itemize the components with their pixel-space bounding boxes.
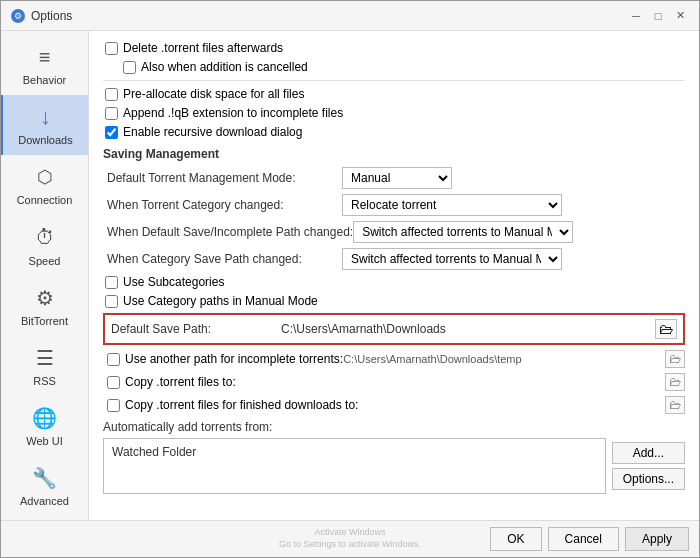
default-save-browse-button[interactable]: 🗁 [655,319,677,339]
window-title: Options [31,9,621,23]
watched-section: Automatically add torrents from: Watched… [103,420,685,494]
recursive-row: Enable recursive download dialog [103,125,685,139]
options-button[interactable]: Options... [612,468,685,490]
another-path-browse-button[interactable]: 🗁 [665,350,685,368]
default-save-changed-control: Switch affected torrents to Manual Switc… [353,221,685,243]
close-button[interactable]: ✕ [671,7,689,25]
options-window: ⚙ Options ─ □ ✕ ≡ Behavior ↓ Downloads ⬡… [0,0,700,558]
speed-icon: ⏱ [31,224,59,252]
sidebar-label-rss: RSS [33,375,56,388]
category-changed-select[interactable]: Relocate torrent Switch affected torrent… [342,194,562,216]
delete-torrent-label: Delete .torrent files afterwards [123,41,283,55]
also-cancelled-row: Also when addition is cancelled [103,60,685,74]
pre-allocate-checkbox[interactable] [105,88,118,101]
another-path-value: C:\Users\Amarnath\Downloads\temp [343,353,665,365]
footer: Activate WindowsGo to Settings to activa… [1,520,699,557]
copy-torrent-checkbox[interactable] [107,376,120,389]
ok-button[interactable]: OK [490,527,541,551]
use-subcategories-label: Use Subcategories [123,275,224,289]
rss-icon: ☰ [31,344,59,372]
default-save-changed-row: When Default Save/Incomplete Path change… [103,221,685,243]
category-save-changed-select[interactable]: Switch affected torrents to Manual Switc… [342,248,562,270]
cancel-button[interactable]: Cancel [548,527,619,551]
use-category-paths-checkbox[interactable] [105,295,118,308]
copy-torrent-browse-button[interactable]: 🗁 [665,373,685,391]
watched-label: Automatically add torrents from: [103,420,685,434]
watched-folder-row: Watched Folder Add... Options... [103,438,685,494]
use-subcategories-checkbox[interactable] [105,276,118,289]
sidebar-item-rss[interactable]: ☰ RSS [1,336,88,396]
sidebar-item-downloads[interactable]: ↓ Downloads [1,95,88,155]
another-path-label: Use another path for incomplete torrents… [125,352,343,366]
default-torrent-mgmt-control: Manual Automatic [342,167,685,189]
sidebar-label-bittorrent: BitTorrent [21,315,68,328]
sidebar-item-advanced[interactable]: 🔧 Advanced [1,456,88,516]
recursive-checkbox[interactable] [105,126,118,139]
default-torrent-mgmt-row: Default Torrent Management Mode: Manual … [103,167,685,189]
pre-allocate-label: Pre-allocate disk space for all files [123,87,304,101]
use-subcategories-row: Use Subcategories [103,275,685,289]
sidebar-item-connection[interactable]: ⬡ Connection [1,155,88,215]
use-category-paths-row: Use Category paths in Manual Mode [103,294,685,308]
sidebar-label-webui: Web UI [26,435,62,448]
sidebar-item-webui[interactable]: 🌐 Web UI [1,396,88,456]
sidebar-label-connection: Connection [17,194,73,207]
sidebar-label-downloads: Downloads [18,134,72,147]
content-area: Delete .torrent files afterwards Also wh… [89,31,699,520]
default-torrent-mgmt-select[interactable]: Manual Automatic [342,167,452,189]
category-save-changed-label: When Category Save Path changed: [107,252,342,266]
append-lqb-label: Append .!qB extension to incomplete file… [123,106,343,120]
copy-torrent-row: Copy .torrent files to: 🗁 [103,373,685,391]
category-changed-control: Relocate torrent Switch affected torrent… [342,194,685,216]
advanced-icon: 🔧 [31,464,59,492]
default-save-path-value: C:\Users\Amarnath\Downloads [281,322,655,336]
another-path-checkbox[interactable] [107,353,120,366]
append-lqb-row: Append .!qB extension to incomplete file… [103,106,685,120]
webui-icon: 🌐 [31,404,59,432]
use-category-paths-label: Use Category paths in Manual Mode [123,294,318,308]
copy-torrent-finished-browse-button[interactable]: 🗁 [665,396,685,414]
sidebar-item-behavior[interactable]: ≡ Behavior [1,35,88,95]
category-changed-label: When Torrent Category changed: [107,198,342,212]
connection-icon: ⬡ [31,163,59,191]
copy-torrent-label: Copy .torrent files to: [125,375,236,389]
default-save-changed-label: When Default Save/Incomplete Path change… [107,225,353,239]
also-cancelled-checkbox[interactable] [123,61,136,74]
minimize-button[interactable]: ─ [627,7,645,25]
sidebar-label-speed: Speed [29,255,61,268]
default-torrent-mgmt-label: Default Torrent Management Mode: [107,171,342,185]
category-save-changed-control: Switch affected torrents to Manual Switc… [342,248,685,270]
window-icon: ⚙ [11,9,25,23]
default-save-path-label: Default Save Path: [111,322,281,336]
sidebar: ≡ Behavior ↓ Downloads ⬡ Connection ⏱ Sp… [1,31,89,520]
downloads-icon: ↓ [32,103,60,131]
sidebar-label-behavior: Behavior [23,74,66,87]
delete-torrent-checkbox[interactable] [105,42,118,55]
also-cancelled-label: Also when addition is cancelled [141,60,308,74]
copy-torrent-finished-row: Copy .torrent files for finished downloa… [103,396,685,414]
delete-torrent-row: Delete .torrent files afterwards [103,41,685,55]
watched-buttons: Add... Options... [612,442,685,490]
recursive-label: Enable recursive download dialog [123,125,302,139]
title-bar: ⚙ Options ─ □ ✕ [1,1,699,31]
sidebar-item-speed[interactable]: ⏱ Speed [1,216,88,276]
category-changed-row: When Torrent Category changed: Relocate … [103,194,685,216]
watched-folder-list[interactable]: Watched Folder [103,438,606,494]
bittorrent-icon: ⚙ [31,284,59,312]
default-save-path-row: Default Save Path: C:\Users\Amarnath\Dow… [103,313,685,345]
another-path-row: Use another path for incomplete torrents… [103,350,685,368]
activate-windows-watermark: Activate WindowsGo to Settings to activa… [279,527,421,550]
sidebar-item-bittorrent[interactable]: ⚙ BitTorrent [1,276,88,336]
maximize-button[interactable]: □ [649,7,667,25]
saving-management-heading: Saving Management [103,147,685,161]
category-save-changed-row: When Category Save Path changed: Switch … [103,248,685,270]
window-controls: ─ □ ✕ [627,7,689,25]
apply-button[interactable]: Apply [625,527,689,551]
behavior-icon: ≡ [31,43,59,71]
add-button[interactable]: Add... [612,442,685,464]
default-save-changed-select[interactable]: Switch affected torrents to Manual Switc… [353,221,573,243]
pre-allocate-row: Pre-allocate disk space for all files [103,87,685,101]
copy-torrent-finished-checkbox[interactable] [107,399,120,412]
watched-folder-item: Watched Folder [108,443,601,461]
append-lqb-checkbox[interactable] [105,107,118,120]
